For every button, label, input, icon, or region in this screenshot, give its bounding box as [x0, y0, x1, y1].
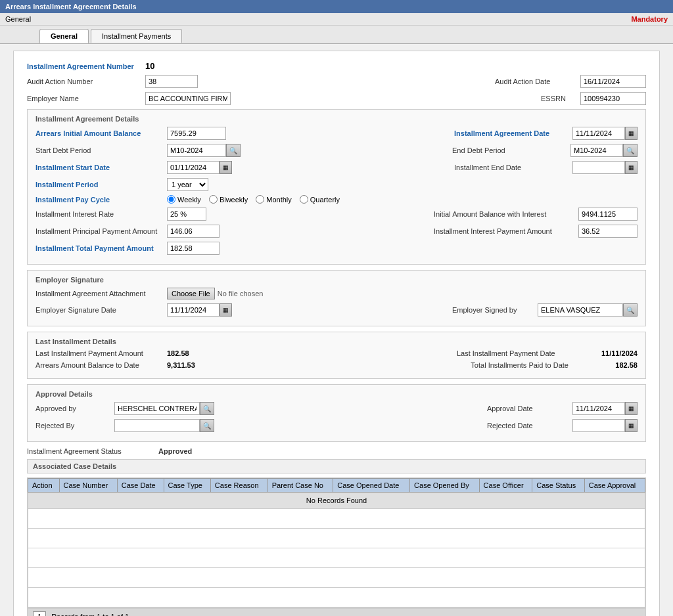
installment-dates-row: Installment Start Date ▦ Installment End…: [35, 161, 638, 174]
menu-bar: General Mandatory: [0, 13, 673, 26]
choose-file-button[interactable]: Choose File: [167, 288, 215, 299]
col-case-officer: Case Officer: [479, 479, 532, 493]
rejected-date-input[interactable]: [572, 419, 625, 432]
page-number[interactable]: 1: [33, 611, 46, 616]
approved-by-search-button[interactable]: 🔍: [200, 402, 214, 415]
last-installment-payment-amount-label: Last Installment Payment Amount: [35, 349, 167, 357]
employer-signed-by-input[interactable]: [538, 303, 623, 317]
arrears-amount-balance-value: 9,311.53: [167, 361, 195, 369]
installment-start-date-input[interactable]: [167, 161, 220, 174]
approval-details-section: Approval Details Approved by 🔍 Approval …: [27, 384, 646, 442]
employer-row: Employer Name ESSRN: [27, 92, 646, 105]
rejected-by-label: Rejected By: [35, 422, 114, 429]
employer-signature-date-row: Employer Signature Date ▦ Employer Signe…: [35, 303, 638, 317]
empty-row-2: [28, 529, 645, 548]
employer-name-input[interactable]: [145, 92, 231, 105]
arrears-initial-label: Arrears Initial Amount Balance: [35, 129, 167, 137]
audit-action-date-input[interactable]: [580, 75, 646, 88]
rejected-by-row: Rejected By 🔍 Rejected Date ▦: [35, 419, 638, 432]
rejected-by-input[interactable]: [114, 419, 200, 432]
app-title: Arrears Installment Agreement Details: [5, 3, 137, 11]
installment-interest-payment-input[interactable]: [578, 225, 638, 238]
approval-details-title: Approval Details: [35, 390, 638, 398]
main-content: Installment Agreement Number 10 Audit Ac…: [0, 44, 673, 616]
installment-principal-label: Installment Principal Payment Amount: [35, 227, 167, 235]
installment-end-date-calendar-button[interactable]: ▦: [625, 161, 638, 174]
approved-by-input[interactable]: [114, 402, 200, 415]
installment-total-payment-label: Installment Total Payment Amount: [35, 244, 167, 252]
installment-end-date-input[interactable]: [572, 161, 625, 174]
rejected-date-label: Rejected Date: [487, 422, 572, 429]
installment-agreement-status-value: Approved: [158, 447, 192, 455]
arrears-balance-row: Arrears Amount Balance to Date 9,311.53 …: [35, 361, 638, 369]
last-installment-details-section: Last Installment Details Last Installmen…: [27, 332, 646, 379]
total-installments-paid-value: 182.58: [615, 361, 638, 369]
installment-interest-rate-label: Installment Interest Rate: [35, 210, 167, 218]
installment-interest-payment-label: Installment Interest Payment Amount: [434, 227, 578, 235]
col-action: Action: [28, 479, 60, 493]
pay-cycle-radio-group: Weekly Biweekly Monthly Quarterly: [167, 195, 340, 204]
empty-row-5: [28, 588, 645, 607]
rejected-by-search-button[interactable]: 🔍: [200, 419, 214, 432]
case-table-container: Action Case Number Case Date Case Type C…: [27, 477, 646, 608]
empty-row-1: [28, 509, 645, 529]
tabs-bar: General Installment Payments: [0, 26, 673, 44]
installment-agreement-date-label: Installment Agreement Date: [454, 129, 572, 137]
initial-amount-balance-with-interest-input[interactable]: [578, 208, 638, 221]
tab-general[interactable]: General: [39, 29, 89, 43]
installment-agreement-number-label: Installment Agreement Number: [27, 62, 145, 70]
approved-by-label: Approved by: [35, 405, 114, 412]
no-records-row: No Records Found: [28, 493, 645, 509]
end-debt-period-search-button[interactable]: 🔍: [623, 144, 638, 157]
employer-signature-date-input[interactable]: [167, 303, 220, 317]
installment-period-select[interactable]: 1 year 2 years 3 years: [167, 178, 208, 191]
col-case-type: Case Type: [164, 479, 210, 493]
empty-row-3: [28, 548, 645, 568]
interest-rate-row: Installment Interest Rate Initial Amount…: [35, 208, 638, 221]
audit-row: Audit Action Number Audit Action Date: [27, 75, 646, 88]
end-debt-period-input[interactable]: [570, 144, 623, 157]
start-debt-period-input[interactable]: [167, 144, 226, 157]
installment-total-payment-input[interactable]: [167, 242, 220, 255]
col-case-reason: Case Reason: [210, 479, 267, 493]
radio-biweekly[interactable]: Biweekly: [209, 195, 248, 204]
installment-period-row: Installment Period 1 year 2 years 3 year…: [35, 178, 638, 191]
installment-agreement-date-input[interactable]: [572, 127, 625, 140]
approval-date-calendar-button[interactable]: ▦: [625, 402, 638, 415]
initial-amount-balance-with-interest-label: Initial Amount Balance with Interest: [434, 210, 578, 218]
installment-principal-input[interactable]: [167, 225, 220, 238]
installment-agreement-details-title: Installment Agreement Details: [35, 115, 638, 123]
total-installments-paid-label: Total Installments Paid to Date: [471, 361, 615, 369]
installment-agreement-number-value: 10: [145, 61, 154, 71]
radio-monthly[interactable]: Monthly: [256, 195, 292, 204]
col-case-approval: Case Approval: [584, 479, 645, 493]
radio-weekly[interactable]: Weekly: [167, 195, 201, 204]
last-installment-details-title: Last Installment Details: [35, 338, 638, 345]
arrears-initial-input[interactable]: [167, 127, 226, 140]
col-case-opened-by: Case Opened By: [410, 479, 480, 493]
approval-date-input[interactable]: [572, 402, 625, 415]
start-debt-period-search-button[interactable]: 🔍: [226, 144, 241, 157]
installment-start-date-label: Installment Start Date: [35, 164, 167, 171]
radio-quarterly[interactable]: Quarterly: [300, 195, 340, 204]
rejected-date-calendar-button[interactable]: ▦: [625, 419, 638, 432]
employer-signature-section: Employer Signature Installment Agreement…: [27, 270, 646, 326]
essrn-input[interactable]: [580, 92, 646, 105]
installment-start-date-calendar-button[interactable]: ▦: [220, 161, 232, 174]
employer-signature-title: Employer Signature: [35, 276, 638, 284]
total-payment-row: Installment Total Payment Amount: [35, 242, 638, 255]
associated-case-details-section: Associated Case Details Action Case Numb…: [27, 459, 646, 616]
employer-signed-by-search-button[interactable]: 🔍: [623, 303, 638, 317]
menu-general[interactable]: General: [5, 15, 31, 23]
installment-agreement-number-row: Installment Agreement Number 10: [27, 61, 646, 71]
installment-attachment-label: Installment Agreement Attachment: [35, 290, 167, 297]
audit-action-number-input[interactable]: [145, 75, 198, 88]
tab-installment-payments[interactable]: Installment Payments: [91, 29, 182, 43]
installment-attachment-row: Installment Agreement Attachment Choose …: [35, 288, 638, 299]
payment-amounts-row: Installment Principal Payment Amount Ins…: [35, 225, 638, 238]
employer-signature-date-calendar-button[interactable]: ▦: [220, 303, 232, 317]
employer-signed-by-label: Employer Signed by: [452, 306, 538, 314]
installment-agreement-date-calendar-button[interactable]: ▦: [625, 127, 638, 140]
installment-interest-rate-input[interactable]: [167, 208, 206, 221]
installment-agreement-details-section: Installment Agreement Details Arrears In…: [27, 109, 646, 265]
